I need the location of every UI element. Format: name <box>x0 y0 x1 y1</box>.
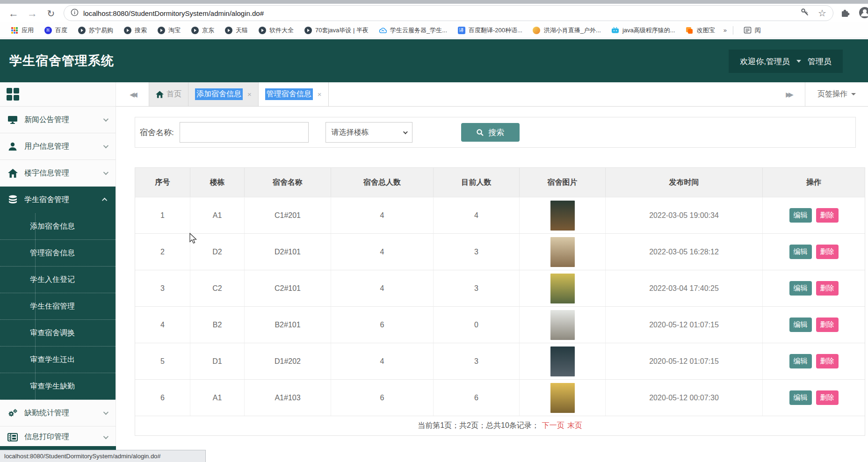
gears-icon <box>7 408 19 418</box>
bookmark-item[interactable]: 苏宁易购 <box>78 26 113 35</box>
chevron-down-icon <box>103 410 108 415</box>
bookmark-item[interactable]: 改图宝 <box>686 26 715 35</box>
dorm-photo[interactable] <box>550 346 575 376</box>
submenu-item[interactable]: 学生入住登记 <box>0 267 116 293</box>
bookmark-item[interactable]: 软件大全 <box>258 26 294 35</box>
sidebar-item-news[interactable]: 新闻公告管理 <box>0 107 116 133</box>
tab-add-dorm[interactable]: 添加宿舍信息 × <box>188 82 259 106</box>
submenu-item[interactable]: 审查宿舍调换 <box>0 320 116 346</box>
site-icon <box>224 26 232 34</box>
submenu-item[interactable]: 添加宿舍信息 <box>0 213 116 240</box>
edit-button[interactable]: 编辑 <box>789 281 812 296</box>
bookmark-item[interactable]: 70套java毕设 | 半夜 <box>304 26 369 35</box>
user-menu[interactable]: 欢迎你,管理员 管理员 <box>729 50 843 73</box>
sidebar-item-label: 新闻公告管理 <box>24 115 103 125</box>
table-header-cell: 宿舍名称 <box>245 168 331 197</box>
table-cell-building: D2 <box>190 234 245 270</box>
dorm-photo[interactable] <box>550 201 575 231</box>
page-info-icon[interactable] <box>71 8 79 18</box>
table-cell-actions: 编辑删除 <box>763 307 865 343</box>
table-cell-time: 2020-05-12 00:07:30 <box>606 380 763 416</box>
bookmark-label: 搜索 <box>135 26 147 35</box>
sidebar-item-print-management[interactable]: 信息打印管理 <box>0 426 116 448</box>
sidebar-collapse-button[interactable] <box>0 82 116 107</box>
dorm-photo[interactable] <box>550 237 575 267</box>
dorm-name-input[interactable] <box>180 122 309 143</box>
next-page-link[interactable]: 下一页 <box>542 421 564 431</box>
back-icon[interactable]: ← <box>7 7 20 20</box>
tab-home[interactable]: 首页 <box>149 82 188 106</box>
image-tool-icon <box>686 26 694 34</box>
table-cell-current: 3 <box>434 270 520 306</box>
edit-button[interactable]: 编辑 <box>789 318 812 332</box>
bookmark-item[interactable]: 洪湖小肖直播_户外... <box>533 26 601 35</box>
sidebar-item-absence-stats[interactable]: 缺勤统计管理 <box>0 400 116 426</box>
table-header-cell: 宿舍图片 <box>520 168 606 197</box>
bookmark-item[interactable]: 淘宝 <box>157 26 181 35</box>
edit-button[interactable]: 编辑 <box>789 245 812 259</box>
bookmark-label: 学生云服务器_学生... <box>390 26 447 35</box>
bookmark-item[interactable]: 应用 <box>10 26 34 35</box>
chevron-down-icon <box>103 170 108 175</box>
table-cell-no: 1 <box>135 197 190 233</box>
tabs-scroll-right-icon[interactable]: ▶▶ <box>772 91 805 98</box>
search-button[interactable]: 搜索 <box>461 123 520 142</box>
last-page-link[interactable]: 末页 <box>567 421 582 431</box>
home-icon <box>156 91 164 98</box>
submenu-item[interactable]: 审查学生迁出 <box>0 346 116 373</box>
edit-button[interactable]: 编辑 <box>789 354 812 368</box>
site-icon <box>304 26 312 34</box>
reading-list-button[interactable]: 阅 <box>744 26 761 35</box>
tabs-scroll-left-icon[interactable]: ◀◀ <box>116 82 149 106</box>
sidebar-item-dorm-management[interactable]: 学生宿舍管理 <box>0 187 116 213</box>
tab-home-label: 首页 <box>166 89 181 99</box>
bookmark-item[interactable]: 天猫 <box>224 26 248 35</box>
profile-avatar[interactable] <box>859 7 868 21</box>
table-cell-current: 3 <box>434 343 520 379</box>
bookmark-star-icon[interactable]: ☆ <box>818 9 826 17</box>
delete-button[interactable]: 删除 <box>816 318 839 332</box>
bookmark-item[interactable]: 搜索 <box>123 26 147 35</box>
bookmark-item[interactable]: 京东 <box>191 26 214 35</box>
dorm-photo[interactable] <box>550 310 575 340</box>
bookmarks-overflow-icon[interactable]: » <box>723 27 725 34</box>
username-link[interactable]: 管理员 <box>808 56 832 67</box>
sidebar-item-users[interactable]: 用户信息管理 <box>0 133 116 160</box>
table-cell-building: B2 <box>190 307 245 343</box>
tab-operations-dropdown[interactable]: 页签操作 <box>805 82 868 106</box>
bookmark-item[interactable]: java高级程序猿的... <box>611 26 675 35</box>
tab-manage-dorm[interactable]: 管理宿舍信息 × <box>259 82 329 106</box>
table-cell-current: 6 <box>434 380 520 416</box>
submenu-item[interactable]: 审查学生缺勤 <box>0 373 116 400</box>
password-key-icon[interactable] <box>800 7 810 19</box>
address-bar[interactable]: localhost:8080/StudentDormitorySystem/ad… <box>64 5 833 21</box>
table-cell-total: 4 <box>331 343 434 379</box>
edit-button[interactable]: 编辑 <box>789 390 812 405</box>
cloud-icon <box>379 26 387 34</box>
forward-icon[interactable]: → <box>26 7 38 20</box>
edit-button[interactable]: 编辑 <box>789 208 812 223</box>
refresh-icon[interactable]: ↻ <box>45 7 57 20</box>
tab-close-icon[interactable]: × <box>318 90 322 98</box>
site-icon <box>157 26 165 34</box>
delete-button[interactable]: 删除 <box>816 208 839 223</box>
pagination-summary: 当前第1页；共2页；总共10条记录； <box>418 421 539 431</box>
tab-close-icon[interactable]: × <box>247 90 252 98</box>
bookmark-item[interactable]: 学生云服务器_学生... <box>379 26 447 35</box>
bookmark-item[interactable]: 百百度 <box>44 26 67 35</box>
delete-button[interactable]: 删除 <box>816 245 839 259</box>
dorm-photo[interactable] <box>550 383 575 413</box>
table-cell-time: 2020-05-12 01:07:15 <box>606 307 763 343</box>
tab-bar: ◀◀ 首页 添加宿舍信息 × 管理宿舍信息 × ▶▶ 页签操作 <box>116 82 868 107</box>
bookmark-item[interactable]: 译百度翻译-200种语... <box>457 26 522 35</box>
submenu-item[interactable]: 管理宿舍信息 <box>0 240 116 267</box>
dorm-photo[interactable] <box>550 274 575 303</box>
stream-icon <box>533 26 541 34</box>
delete-button[interactable]: 删除 <box>816 281 839 296</box>
delete-button[interactable]: 删除 <box>816 354 839 368</box>
sidebar-item-buildings[interactable]: 楼宇信息管理 <box>0 160 116 187</box>
submenu-item[interactable]: 学生住宿管理 <box>0 293 116 320</box>
delete-button[interactable]: 删除 <box>816 390 839 405</box>
building-select[interactable]: 请选择楼栋 <box>326 122 412 143</box>
extensions-puzzle-icon[interactable] <box>840 7 850 20</box>
